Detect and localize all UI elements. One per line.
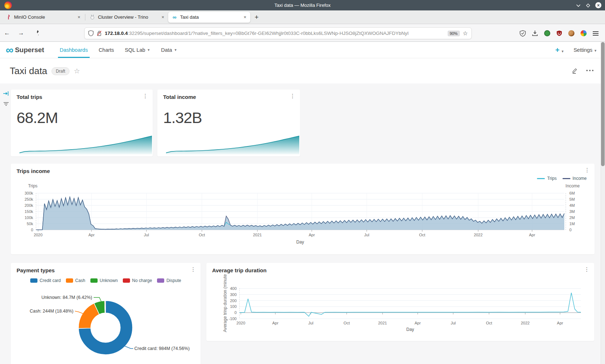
chart-legend[interactable]: Credit cardCashUnknownNo chargeDispute <box>11 278 201 283</box>
trips-income-chart: 0050k1M100k2M150k3M200k4M250k5M300k6MTri… <box>11 164 595 254</box>
superset-navbar: ∞ Superset Dashboards Charts SQL Lab▼ Da… <box>0 42 605 58</box>
nav-item-sql-lab[interactable]: SQL Lab▼ <box>120 42 156 58</box>
svg-text:2022: 2022 <box>521 321 529 325</box>
minimize-icon[interactable] <box>576 4 581 7</box>
status-badge: Draft <box>51 67 70 75</box>
tab-title: Taxi data <box>180 14 239 20</box>
tracking-protection-shield-icon[interactable] <box>88 30 94 36</box>
tab-minio-console[interactable]: MinIO Console × <box>2 12 84 23</box>
new-tab-button[interactable]: + <box>250 13 263 21</box>
total-trips-sparkline <box>19 134 152 154</box>
close-window-icon[interactable]: × <box>595 2 601 8</box>
svg-text:200k: 200k <box>24 203 33 208</box>
superset-logo[interactable]: ∞ Superset <box>0 45 44 55</box>
forward-icon[interactable]: → <box>14 29 28 37</box>
legend-label: Cash <box>75 278 85 283</box>
kebab-menu-icon[interactable]: ⋮ <box>191 266 196 272</box>
svg-text:-100: -100 <box>229 317 237 321</box>
kebab-menu-icon[interactable]: ⋮ <box>290 93 295 99</box>
legend-item[interactable]: Credit card <box>30 278 61 283</box>
trino-bunny-icon <box>90 14 95 20</box>
total-income-sparkline <box>166 134 299 154</box>
browser-toolbar: ← → 172.18.0.4:32295/superset/dashboard/… <box>0 24 605 42</box>
zoom-level-badge[interactable]: 90% <box>448 31 460 36</box>
back-icon[interactable]: ← <box>0 29 14 37</box>
avg-trip-duration-chart: 4003002001000-1002020AprJulOct2021AprJul… <box>206 263 594 341</box>
payment-types-donut-chart: Unknown: 84.7M (6.42%)Cash: 244M (18.48%… <box>11 288 201 364</box>
svg-text:Day: Day <box>296 240 304 245</box>
svg-text:400: 400 <box>230 286 237 291</box>
svg-text:Credit card: 984M (74.56%): Credit card: 984M (74.56%) <box>134 346 190 351</box>
maximize-icon[interactable] <box>586 3 590 8</box>
dashboard-header: Taxi data Draft ☆ <box>0 58 605 83</box>
cookie-extension-icon[interactable] <box>568 30 574 36</box>
svg-text:0: 0 <box>234 310 237 315</box>
svg-text:4M: 4M <box>569 203 575 208</box>
svg-text:6M: 6M <box>569 191 575 195</box>
pinwheel-extension-icon[interactable] <box>581 30 587 36</box>
tab-close-icon[interactable]: × <box>76 14 81 20</box>
legend-label: Dispute <box>166 278 181 283</box>
url-bar[interactable]: 172.18.0.4:32295/superset/dashboard/1/?n… <box>84 27 472 39</box>
svg-text:0: 0 <box>569 228 572 232</box>
new-button[interactable]: +▼ <box>555 46 564 54</box>
tab-close-icon[interactable]: × <box>242 14 247 20</box>
svg-text:2021: 2021 <box>253 233 261 237</box>
brand-name: Superset <box>15 46 44 54</box>
nav-item-charts[interactable]: Charts <box>93 42 120 58</box>
legend-label: No charge <box>132 278 152 283</box>
edit-dashboard-icon[interactable] <box>571 67 578 74</box>
menu-icon[interactable] <box>593 30 599 37</box>
tab-strip: MinIO Console × Cluster Overview - Trino… <box>0 10 605 24</box>
svg-text:Jul: Jul <box>364 233 369 237</box>
expand-filters-icon[interactable] <box>3 91 9 96</box>
svg-text:2021: 2021 <box>378 321 387 325</box>
trips-income-card: Trips income ⋮ TripsIncome 0050k1M100k2M… <box>11 164 595 254</box>
svg-text:3M: 3M <box>569 209 575 214</box>
tab-trino-cluster[interactable]: Cluster Overview - Trino × <box>86 12 168 23</box>
filter-icon[interactable] <box>3 101 9 106</box>
tab-close-icon[interactable]: × <box>160 14 165 20</box>
legend-swatch <box>90 278 98 283</box>
chart-title: Total trips <box>17 94 42 100</box>
permissions-shield-icon[interactable] <box>520 30 526 37</box>
svg-text:Jul: Jul <box>451 321 456 325</box>
more-actions-icon[interactable] <box>586 70 593 71</box>
settings-menu[interactable]: Settings▼ <box>574 47 597 53</box>
svg-text:2020: 2020 <box>237 321 245 325</box>
svg-text:Apr: Apr <box>272 321 278 325</box>
legend-item[interactable]: Dispute <box>157 278 181 283</box>
url-text[interactable]: 172.18.0.4:32295/superset/dashboard/1/?n… <box>105 31 445 36</box>
legend-swatch <box>30 278 37 283</box>
favorite-star-icon[interactable]: ☆ <box>74 67 80 75</box>
nav-item-dashboards[interactable]: Dashboards <box>54 42 93 58</box>
bookmark-star-icon[interactable]: ☆ <box>463 30 468 37</box>
green-extension-icon[interactable] <box>544 30 550 36</box>
svg-text:Cash: 244M (18.48%): Cash: 244M (18.48%) <box>30 309 73 314</box>
tab-taxi-data[interactable]: ∞ Taxi data × <box>168 12 250 23</box>
page-title: Taxi data <box>10 65 47 77</box>
chevron-down-icon: ▼ <box>174 48 177 52</box>
svg-text:Oct: Oct <box>419 233 425 237</box>
svg-text:100k: 100k <box>24 215 33 220</box>
nav-item-data[interactable]: Data▼ <box>156 42 183 58</box>
svg-text:Apr: Apr <box>309 233 315 237</box>
legend-item[interactable]: No charge <box>123 278 152 283</box>
downloads-icon[interactable] <box>532 30 538 36</box>
chart-title: Payment types <box>17 267 55 273</box>
svg-text:200: 200 <box>230 299 237 303</box>
insecure-lock-icon[interactable] <box>97 30 102 36</box>
svg-text:0: 0 <box>31 228 33 232</box>
kebab-menu-icon[interactable]: ⋮ <box>143 93 148 99</box>
chevron-down-icon: ▼ <box>561 50 564 53</box>
ublock-origin-icon[interactable] <box>556 30 562 36</box>
reload-icon[interactable] <box>28 30 42 36</box>
legend-item[interactable]: Cash <box>66 278 85 283</box>
svg-text:Apr: Apr <box>414 321 421 325</box>
page-scrollbar-thumb[interactable] <box>601 42 605 166</box>
legend-item[interactable]: Unknown <box>90 278 118 283</box>
svg-text:Apr: Apr <box>557 321 563 325</box>
svg-text:Day: Day <box>406 327 414 332</box>
legend-label: Credit card <box>40 278 61 283</box>
svg-text:Jul: Jul <box>308 321 313 325</box>
